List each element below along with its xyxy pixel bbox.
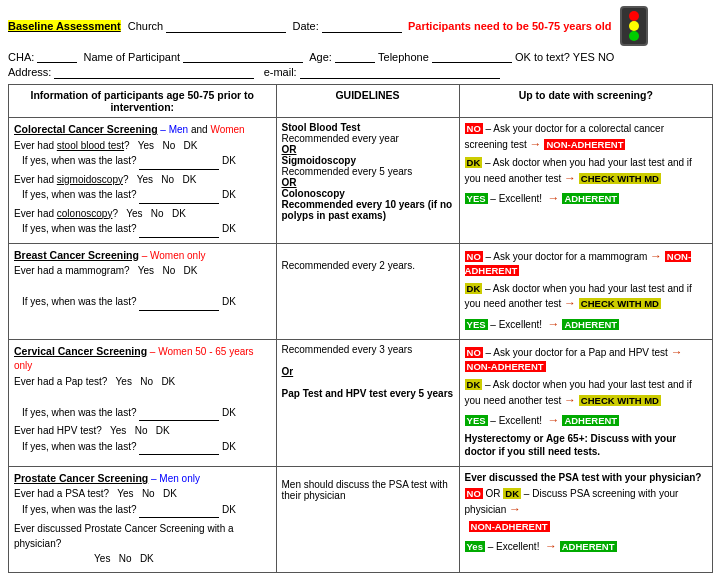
breast-uptodate: NO – Ask your doctor for a mammogram → N… (459, 243, 712, 339)
col-info-header: Information of participants age 50-75 pr… (9, 85, 277, 118)
header-row1: Baseline Assessment Church Date: Partici… (8, 6, 713, 46)
participants-notice: Participants need to be 50-75 years old (408, 20, 612, 32)
colorectal-check-md: CHECK WITH MD (579, 173, 661, 184)
colorectal-men: – Men (158, 124, 189, 135)
traffic-light-icon (620, 6, 648, 46)
cervical-title: Cervical Cancer Screening (14, 345, 147, 357)
prostate-no-badge: NO (465, 488, 483, 499)
sig-dk: DK (183, 174, 197, 185)
email-label: e-mail: (264, 66, 297, 78)
psa-dk: DK (163, 488, 177, 499)
colorectal-arrow3: → (548, 191, 560, 205)
mammo-yes: Yes (138, 265, 154, 276)
breast-arrow1: → (650, 249, 662, 263)
colorectal-guidelines: Stool Blood Test Recommended every year … (276, 118, 459, 244)
col-dk: DK (172, 208, 186, 219)
cervical-yes-badge: YES (465, 415, 488, 426)
col-no: No (151, 208, 164, 219)
cervical-combo: Pap Test and HPV test every 5 years (282, 388, 454, 399)
colorectal-dk-badge: DK (465, 157, 483, 168)
psa-last: If yes, when was the last? DK (14, 503, 271, 519)
prostate-men: – Men only (148, 473, 200, 484)
discuss-yes: Yes (94, 553, 110, 564)
breast-arrow3: → (548, 317, 560, 331)
sig-guideline-title: Sigmoidoscopy (282, 155, 356, 166)
col-guidelines-header: GUIDELINES (276, 85, 459, 118)
stool-no: No (162, 140, 175, 151)
cervical-arrow1: → (671, 345, 683, 359)
colorectal-and: and (188, 124, 207, 135)
sig-no: No (161, 174, 174, 185)
or1: OR (282, 144, 297, 155)
hpv-no: No (135, 425, 148, 436)
stool-q: Ever had stool blood test? Yes No DK (14, 139, 271, 154)
breast-guidelines: Recommended every 2 years. (276, 243, 459, 339)
colorectal-info: Colorectal Cancer Screening – Men and Wo… (9, 118, 277, 244)
prostate-uptodate: Ever discussed the PSA test with your ph… (459, 466, 712, 572)
prostate-title: Prostate Cancer Screening (14, 472, 148, 484)
green-light (629, 31, 639, 41)
red-light (629, 11, 639, 21)
cervical-hyst-note: Hysterectomy or Age 65+: Discuss with yo… (465, 432, 707, 459)
colorectal-arrow1: → (530, 137, 542, 151)
stool-dk: DK (184, 140, 198, 151)
cervical-arrow2: → (564, 393, 576, 407)
stool-guideline-detail: Recommended every year (282, 133, 454, 144)
mammo-q: Ever had a mammogram? Yes No DK (14, 264, 271, 279)
col-guideline-title: Colonoscopy (282, 188, 345, 199)
breast-row: Breast Cancer Screening – Women only Eve… (9, 243, 713, 339)
address-label: Address: (8, 66, 51, 78)
cervical-check-md: CHECK WITH MD (579, 395, 661, 406)
sig-q: Ever had sigmoidoscopy? Yes No DK (14, 173, 271, 188)
hpv-yes: Yes (110, 425, 126, 436)
colorectal-no-badge: NO (465, 123, 483, 134)
sig-guideline-detail: Recommended every 5 years (282, 166, 454, 177)
breast-dk-badge: DK (465, 283, 483, 294)
stool-yes: Yes (138, 140, 154, 151)
baseline-label: Baseline Assessment (8, 20, 121, 32)
name-label: Name of Participant (83, 51, 180, 63)
cervical-adherent: ADHERENT (562, 415, 619, 426)
prostate-non-adherent: NON-ADHERENT (469, 521, 550, 532)
breast-info: Breast Cancer Screening – Women only Eve… (9, 243, 277, 339)
mammo-last: If yes, when was the last? DK (14, 295, 271, 311)
ok-to-text: OK to text? YES NO (515, 51, 614, 63)
colorectal-yes-badge: YES (465, 193, 488, 204)
breast-no-badge: NO (465, 251, 483, 262)
psa-yes: Yes (117, 488, 133, 499)
header-row2: CHA: Name of Participant Age: Telephone … (8, 50, 713, 63)
pap-yes: Yes (116, 376, 132, 387)
colorectal-adherent: ADHERENT (562, 193, 619, 204)
breast-title: Breast Cancer Screening (14, 249, 139, 261)
or2: OR (282, 177, 297, 188)
col-yes: Yes (126, 208, 142, 219)
psa-discuss-question: Ever discussed the PSA test with your ph… (465, 472, 702, 483)
cervical-or: Or (282, 366, 294, 377)
cervical-row: Cervical Cancer Screening – Women 50 - 6… (9, 339, 713, 466)
cervical-no-badge: NO (465, 347, 483, 358)
breast-yes-badge: YES (465, 319, 488, 330)
prostate-yes-badge: Yes (465, 541, 485, 552)
discuss-dk: DK (140, 553, 154, 564)
prostate-adherent: ADHERENT (560, 541, 617, 552)
main-table: Information of participants age 50-75 pr… (8, 84, 713, 573)
breast-arrow2: → (564, 296, 576, 310)
date-label: Date: (292, 20, 318, 32)
hpv-q: Ever had HPV test? Yes No DK (14, 424, 271, 439)
col-guideline-detail: Recommended every 10 years (if no polyps… (282, 199, 453, 221)
prostate-dk-badge: DK (503, 488, 521, 499)
cervical-arrow3: → (548, 413, 560, 427)
col-last: If yes, when was the last? DK (14, 222, 271, 238)
pap-q: Ever had a Pap test? Yes No DK (14, 375, 271, 390)
cervical-info: Cervical Cancer Screening – Women 50 - 6… (9, 339, 277, 466)
cervical-uptodate: NO – Ask your doctor for a Pap and HPV t… (459, 339, 712, 466)
breast-check-md: CHECK WITH MD (579, 298, 661, 309)
sig-last: If yes, when was the last? DK (14, 188, 271, 204)
colorectal-arrow2: → (564, 171, 576, 185)
breast-adherent: ADHERENT (562, 319, 619, 330)
pap-last: If yes, when was the last? DK (14, 406, 271, 422)
prostate-arrow1: → (509, 502, 521, 516)
cervical-guideline-detail: Recommended every 3 years (282, 344, 454, 355)
colorectal-title: Colorectal Cancer Screening (14, 123, 158, 135)
cha-label: CHA: (8, 51, 34, 63)
